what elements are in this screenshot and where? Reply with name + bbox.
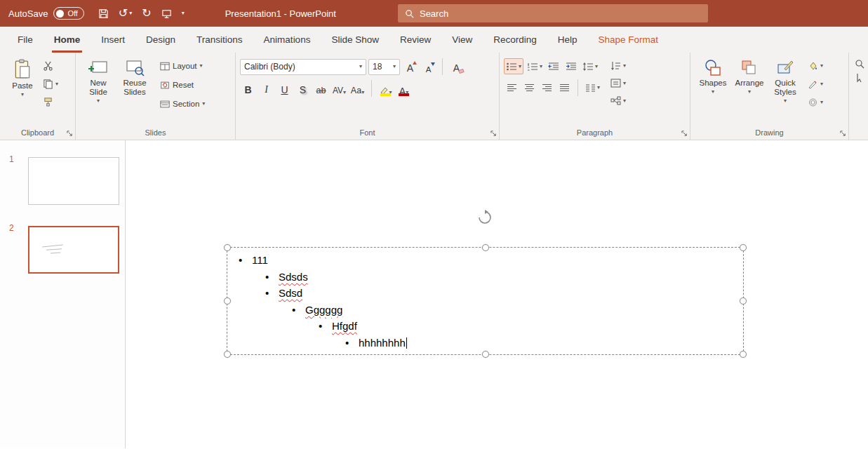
- clipboard-dialog-launcher[interactable]: [67, 130, 73, 137]
- layout-button[interactable]: Layout ▾: [157, 58, 208, 74]
- justify-button[interactable]: [556, 80, 572, 96]
- rotate-handle[interactable]: [476, 209, 493, 226]
- resize-handle-sw[interactable]: [224, 351, 231, 358]
- italic-label: I: [265, 84, 268, 95]
- layout-chevron-icon: ▾: [200, 63, 203, 69]
- text-highlight-color-button[interactable]: ▾: [378, 81, 394, 97]
- tab-file[interactable]: File: [7, 27, 44, 53]
- tab-design[interactable]: Design: [135, 27, 186, 53]
- decrease-font-size-button[interactable]: A: [420, 59, 436, 75]
- align-center-button[interactable]: [521, 80, 537, 96]
- save-button[interactable]: [98, 8, 109, 19]
- arrange-icon: [740, 59, 759, 77]
- drawing-group-label: Drawing: [755, 128, 783, 137]
- line-spacing-button[interactable]: ▾: [581, 58, 599, 74]
- line-text: 111: [252, 254, 268, 266]
- start-from-beginning-button[interactable]: [161, 8, 172, 19]
- save-icon: [98, 8, 109, 19]
- align-text-button[interactable]: ▾: [608, 75, 628, 91]
- shape-outline-chevron-icon: ▾: [820, 81, 823, 87]
- tab-review[interactable]: Review: [389, 27, 441, 53]
- tab-slide-show[interactable]: Slide Show: [321, 27, 389, 53]
- tab-shape-format[interactable]: Shape Format: [588, 27, 669, 53]
- selected-text-box[interactable]: •111 •Sdsds •Sdsd •Gggggg •Hfgdf: [227, 247, 744, 355]
- bullet-marker: •: [345, 335, 359, 351]
- document-title: Presentation1 - PowerPoint: [225, 8, 336, 19]
- resize-handle-e[interactable]: [740, 297, 747, 304]
- decrease-indent-button[interactable]: [546, 58, 561, 74]
- slide-canvas[interactable]: •111 •Sdsds •Sdsd •Gggggg •Hfgdf: [126, 140, 868, 448]
- columns-button[interactable]: ▾: [584, 80, 601, 96]
- align-left-button[interactable]: [504, 80, 519, 96]
- drawing-group: Shapes ▾ Arrange ▾ Quick Styles ▾ ▾: [690, 53, 849, 140]
- resize-handle-nw[interactable]: [224, 244, 231, 251]
- font-size-combo[interactable]: 18 ▾: [368, 59, 400, 75]
- select-icon-partial[interactable]: [853, 73, 868, 83]
- increase-indent-button[interactable]: [563, 58, 579, 74]
- tab-view[interactable]: View: [441, 27, 483, 53]
- font-group: Calibri (Body) ▾ 18 ▾ A A: [236, 53, 500, 140]
- format-painter-button[interactable]: [41, 94, 60, 110]
- paragraph-dialog-launcher[interactable]: [681, 130, 688, 137]
- slides-group: New Slide ▾ Reuse Slides Layout ▾ Rese: [76, 53, 236, 140]
- shapes-button[interactable]: Shapes ▾: [695, 56, 731, 95]
- drawing-dialog-launcher[interactable]: [840, 130, 846, 137]
- reuse-slides-icon: [125, 59, 145, 77]
- font-color-button[interactable]: A ▾: [396, 81, 412, 97]
- tab-help[interactable]: Help: [547, 27, 588, 53]
- copy-button[interactable]: ▾: [41, 76, 60, 92]
- arrange-button[interactable]: Arrange ▾: [731, 56, 768, 95]
- tab-animations[interactable]: Animations: [253, 27, 321, 53]
- resize-handle-s[interactable]: [482, 351, 489, 358]
- font-name-combo[interactable]: Calibri (Body) ▾: [240, 59, 366, 75]
- tab-insert[interactable]: Insert: [91, 27, 135, 53]
- section-button[interactable]: Section ▾: [157, 95, 208, 112]
- strikethrough-button[interactable]: ab: [313, 81, 329, 97]
- tab-transitions[interactable]: Transitions: [186, 27, 253, 53]
- increase-font-size-button[interactable]: A: [402, 59, 418, 75]
- align-right-button[interactable]: [539, 80, 554, 96]
- change-case-button[interactable]: Aa ▾: [349, 81, 366, 97]
- resize-handle-n[interactable]: [482, 244, 489, 251]
- autosave-toggle[interactable]: Off: [53, 7, 84, 20]
- italic-button[interactable]: I: [258, 81, 274, 97]
- undo-button[interactable]: ↺ ▾: [119, 8, 132, 19]
- text-box-content[interactable]: •111 •Sdsds •Sdsd •Gggggg •Hfgdf: [227, 248, 743, 351]
- bullets-button[interactable]: ▾: [504, 58, 523, 74]
- numbering-button[interactable]: ▾: [526, 58, 544, 74]
- slide-2-thumbnail[interactable]: [28, 226, 119, 274]
- autosave-control[interactable]: AutoSave Off: [8, 7, 84, 20]
- underline-button[interactable]: U: [276, 81, 293, 97]
- redo-button[interactable]: ↻: [142, 8, 151, 19]
- font-size-value: 18: [373, 62, 382, 72]
- dialog-launcher-icon: [840, 130, 846, 137]
- new-slide-icon: [88, 59, 108, 77]
- resize-handle-w[interactable]: [224, 297, 231, 304]
- quick-styles-button[interactable]: Quick Styles ▾: [768, 56, 803, 104]
- tab-home[interactable]: Home: [44, 27, 91, 53]
- shape-outline-button[interactable]: ▾: [806, 76, 825, 92]
- reuse-slides-button[interactable]: Reuse Slides: [116, 56, 153, 97]
- slide-thumbnail-panel[interactable]: 1 2: [0, 140, 126, 448]
- format-painter-icon: [43, 97, 53, 107]
- character-spacing-button[interactable]: AV ▾: [331, 81, 347, 97]
- slide-1-thumbnail[interactable]: [28, 157, 119, 205]
- search-box[interactable]: Search: [398, 4, 708, 22]
- cut-button[interactable]: [41, 58, 60, 74]
- paste-button[interactable]: Paste ▾: [4, 56, 41, 98]
- shape-fill-button[interactable]: ▾: [806, 58, 825, 74]
- shape-effects-button[interactable]: ▾: [806, 94, 825, 110]
- bold-button[interactable]: B: [240, 81, 256, 97]
- font-dialog-launcher[interactable]: [490, 130, 497, 137]
- convert-to-smartart-button[interactable]: ▾: [608, 93, 628, 109]
- clear-formatting-button[interactable]: A: [448, 59, 465, 75]
- text-direction-button[interactable]: ▾: [608, 58, 628, 74]
- tab-recording[interactable]: Recording: [483, 27, 547, 53]
- text-shadow-button[interactable]: S: [295, 81, 311, 97]
- find-icon-partial[interactable]: [853, 59, 868, 69]
- customize-quick-access-button[interactable]: ▾: [182, 11, 185, 16]
- reset-button[interactable]: Reset: [157, 76, 208, 93]
- resize-handle-se[interactable]: [740, 351, 747, 358]
- new-slide-button[interactable]: New Slide ▾: [80, 56, 116, 104]
- resize-handle-ne[interactable]: [740, 244, 747, 251]
